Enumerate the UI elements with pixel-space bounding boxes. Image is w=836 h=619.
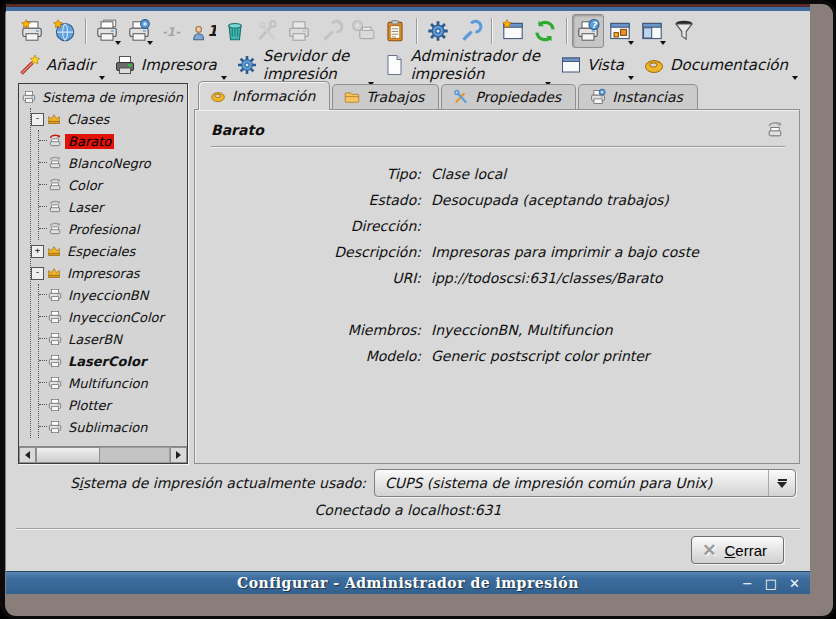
tab-instancias[interactable]: Instancias [578, 84, 698, 110]
tree-item-sublimacion[interactable]: Sublimacion [39, 416, 187, 438]
field-value [431, 213, 785, 239]
scrollbar-groove[interactable] [100, 447, 170, 463]
menu-administrador-de-impresi-n[interactable]: Administrador de impresión [380, 45, 553, 87]
tree-item-label: Multifuncion [65, 376, 151, 391]
print-system-select[interactable]: CUPS (sistema de impresión común para Un… [374, 469, 796, 497]
printer-info-toggle-icon[interactable]: ? [572, 14, 604, 48]
printer-icon [47, 331, 63, 347]
menu-impresora[interactable]: Impresora [111, 51, 229, 81]
tree-item-barato[interactable]: Barato [39, 130, 187, 152]
add-class-icon[interactable] [48, 14, 80, 48]
filter-icon[interactable] [668, 14, 700, 48]
combo-arrow-icon[interactable] [768, 470, 795, 496]
menu-a-adir[interactable]: Añadir [16, 51, 107, 81]
field-value: Desocupada (aceptando trabajos) [431, 187, 785, 213]
printer-jobs-icon [347, 14, 379, 48]
printer-tree: Sistema de impresión-ClasesBaratoBlancoN… [18, 83, 188, 464]
expander-icon[interactable]: - [31, 267, 44, 280]
refresh-printer-icon[interactable] [765, 120, 785, 140]
field-value: ipp://todoscsi:631/classes/Barato [431, 265, 785, 291]
print-test-page-icon[interactable] [91, 14, 123, 48]
tree-children: -ClasesBaratoBlancoNegroColorLaserProfes… [30, 108, 187, 438]
wizard-window-icon[interactable] [497, 14, 529, 48]
refresh-icon[interactable] [529, 14, 561, 48]
gear-icon [235, 53, 259, 77]
tree-item-label: Barato [65, 134, 114, 149]
print-system-label: Sistema de impresión actualmente usado: [70, 475, 366, 491]
tab-propiedades[interactable]: Propiedades [441, 84, 576, 110]
print-manager-window: -1-1? AñadirImpresoraServidor de impresi… [6, 11, 810, 594]
field-label: Tipo: [211, 161, 431, 187]
toolbar-separator [416, 18, 417, 44]
wand-icon [18, 53, 42, 77]
tree-item-inyeccionbn[interactable]: InyeccionBN [39, 284, 187, 306]
tree-item-label: Plotter [65, 398, 114, 413]
tree-item-color[interactable]: Color [39, 174, 187, 196]
tree-item-plotter[interactable]: Plotter [39, 394, 187, 416]
tree-item-blanconegro[interactable]: BlancoNegro [39, 152, 187, 174]
server-tools-icon[interactable] [454, 14, 486, 48]
tree-item-inyeccioncolor[interactable]: InyeccionColor [39, 306, 187, 328]
server-settings-icon[interactable] [422, 14, 454, 48]
dialog-buttons: ✕ Cerrar [6, 529, 810, 571]
set-user-default-icon[interactable]: 1 [187, 14, 219, 48]
job-viewer-icon[interactable] [379, 14, 411, 48]
expander-icon[interactable]: + [31, 245, 44, 258]
printer-icon [47, 199, 63, 215]
scroll-right-icon[interactable] [170, 447, 187, 463]
window-titlebar[interactable]: Configurar - Administrador de impresión … [6, 571, 810, 594]
view-mode-icon[interactable] [604, 14, 636, 48]
menu-vista[interactable]: Vista [557, 51, 636, 81]
menu-label: Añadir [46, 56, 95, 74]
tree-item-laser[interactable]: Laser [39, 196, 187, 218]
ring-icon [209, 87, 227, 105]
printer-settings-icon[interactable] [123, 14, 155, 48]
maintenance-icon [315, 14, 347, 48]
tab-trabajos[interactable]: Trabajos [332, 84, 439, 110]
printer-icon [589, 88, 607, 106]
tree-children: BaratoBlancoNegroColorLaserProfesional [38, 130, 187, 240]
printer-icon [47, 287, 63, 303]
minimize-icon[interactable]: − [742, 577, 753, 590]
tree-item-sistema-de-impresi-n[interactable]: Sistema de impresión [21, 86, 187, 108]
test-printer-icon [283, 14, 315, 48]
tree-item-profesional[interactable]: Profesional [39, 218, 187, 240]
expander-icon[interactable]: - [31, 113, 44, 126]
field-label: Miembros: [211, 317, 431, 343]
toolbar-separator [85, 18, 86, 44]
toolbar-separator [566, 18, 567, 44]
menu-documentaci-n[interactable]: Documentación [640, 51, 800, 81]
printer-icon [21, 89, 37, 105]
field-row: Tipo:Clase local [211, 161, 785, 187]
window-shell: -1-1? AñadirImpresoraServidor de impresi… [0, 0, 836, 619]
field-row: URI:ipp://todoscsi:631/classes/Barato [211, 265, 785, 291]
tree-item-laserbn[interactable]: LaserBN [39, 328, 187, 350]
field-label: Modelo: [211, 343, 431, 369]
category-icon [46, 243, 62, 259]
close-icon[interactable]: ✕ [789, 577, 800, 590]
add-printer-wizard-icon[interactable] [16, 14, 48, 48]
svg-text:1: 1 [207, 22, 216, 40]
tab-label: Instancias [612, 89, 683, 105]
scroll-left-icon[interactable] [19, 447, 36, 463]
menu-label: Vista [587, 56, 624, 74]
field-value: Impresoras para imprimir a bajo coste [431, 239, 785, 265]
remove-printer-icon[interactable] [219, 14, 251, 48]
tree-item-multifuncion[interactable]: Multifuncion [39, 372, 187, 394]
field-label: Estado: [211, 187, 431, 213]
cerrar-button[interactable]: ✕ Cerrar [691, 536, 784, 564]
maximize-icon[interactable]: □ [765, 577, 777, 590]
configure-printer-icon [251, 14, 283, 48]
scrollbar-thumb[interactable] [36, 447, 100, 463]
field-row: Estado:Desocupada (aceptando trabajos) [211, 187, 785, 213]
menu-label: Administrador de impresión [410, 47, 541, 83]
printer-icon [113, 53, 137, 77]
tree-item-clases[interactable]: -Clases [31, 108, 187, 130]
tree-item-impresoras[interactable]: -Impresoras [31, 262, 187, 284]
field-row: Modelo:Generic postscript color printer [211, 343, 785, 369]
view-columns-icon[interactable] [636, 14, 668, 48]
tree-item-lasercolor[interactable]: LaserColor [39, 350, 187, 372]
tab-informaci-n[interactable]: Información [198, 81, 330, 110]
tree-horizontal-scrollbar[interactable] [19, 446, 187, 463]
tree-item-especiales[interactable]: +Especiales [31, 240, 187, 262]
